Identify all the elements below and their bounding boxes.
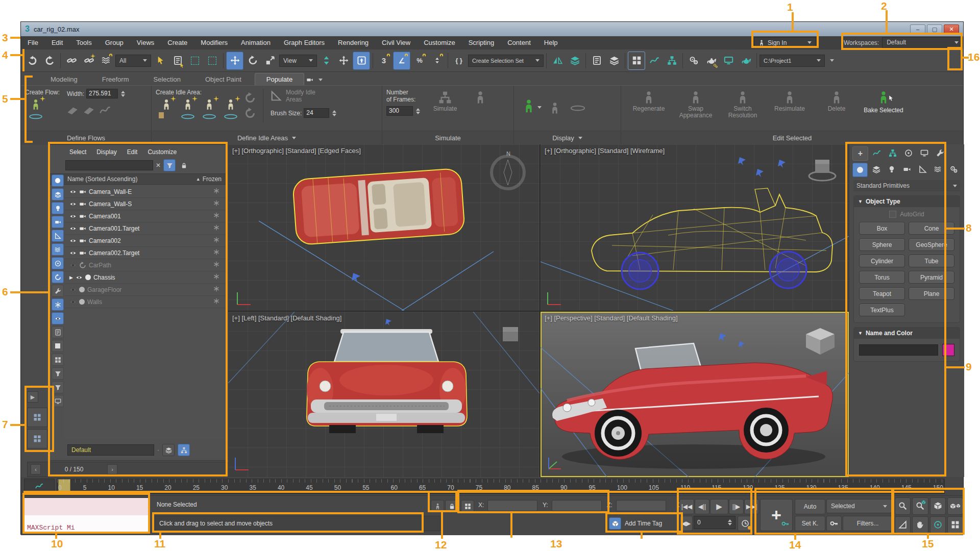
spinner-snap-toggle[interactable] — [429, 52, 445, 69]
lasso-subtract-icon[interactable] — [244, 108, 256, 119]
use-pivot-center-button[interactable] — [318, 52, 334, 69]
idle-area-square-button[interactable] — [199, 96, 220, 122]
viewport-top-left[interactable]: [+] [Orthographic] [Standard] [Edged Fac… — [228, 144, 540, 311]
menu-item[interactable]: Help — [537, 36, 565, 49]
menu-item[interactable]: Group — [99, 36, 130, 49]
tab-selection[interactable]: Selection — [142, 73, 192, 85]
select-and-link-button[interactable] — [63, 52, 80, 69]
snaps-toggle-3d[interactable]: 3 — [376, 52, 392, 69]
regenerate-button[interactable]: Regenerate — [625, 89, 672, 119]
named-selection-set-dropdown[interactable]: Create Selection Set — [468, 55, 544, 67]
create-crossing-icon[interactable] — [83, 105, 94, 116]
toggle-layer-explorer-button[interactable] — [606, 52, 622, 69]
prev-frame-arrow[interactable]: ‹ — [31, 464, 41, 474]
idle-area-circle-button[interactable] — [220, 96, 241, 122]
brush-size-field[interactable]: 24 — [304, 108, 329, 118]
create-stairs-icon[interactable] — [100, 105, 111, 116]
create-flow-button[interactable] — [25, 96, 46, 122]
viewport-top-right[interactable]: [+] [Orthographic] [Standard] [Wireframe… — [541, 144, 849, 311]
cancel-simulate-button[interactable] — [470, 89, 491, 116]
display-area-icon[interactable] — [570, 105, 585, 111]
select-object-button[interactable] — [152, 52, 168, 69]
viewport-bottom-left[interactable]: [+] [Left] [Standard] [Default Shading] — [228, 312, 540, 477]
menu-item[interactable]: Edit — [45, 36, 69, 49]
swap-appearance-button[interactable]: Swap Appearance — [672, 89, 719, 119]
lasso-add-icon[interactable] — [244, 92, 256, 104]
num-frames-field[interactable]: 300 — [386, 106, 413, 116]
menu-item[interactable]: Content — [501, 36, 537, 49]
systems-category-icon[interactable] — [947, 163, 961, 176]
window-crossing-toggle[interactable] — [204, 52, 220, 69]
unlink-selection-button[interactable] — [81, 52, 97, 69]
viewport-label[interactable]: [+] [Left] [Standard] [Default Shading] — [232, 314, 341, 322]
project-folder-dropdown[interactable]: C:\Project1 — [760, 55, 825, 67]
redo-button[interactable] — [41, 52, 58, 69]
menu-item[interactable]: Views — [130, 36, 161, 49]
select-by-name-button[interactable] — [169, 52, 186, 69]
menu-item[interactable]: Modifiers — [194, 36, 234, 49]
viewport-label[interactable]: [+] [Orthographic] [Standard] [Edged Fac… — [232, 147, 361, 155]
idle-area-seated-button[interactable] — [156, 96, 177, 122]
toggle-ribbon-button[interactable] — [628, 52, 645, 70]
z-coordinate-field[interactable] — [616, 500, 666, 511]
display-ghost-icon[interactable] — [549, 102, 561, 114]
display-people-button[interactable] — [518, 95, 540, 121]
angle-snap-toggle[interactable]: ∠ — [393, 52, 410, 70]
viewcube[interactable] — [806, 328, 835, 355]
resimulate-button[interactable]: Resimulate — [766, 89, 813, 119]
undo-button[interactable] — [24, 52, 40, 69]
rectangular-selection-region-button[interactable] — [187, 52, 203, 69]
selection-filter-dropdown[interactable]: All — [115, 55, 151, 67]
menu-item[interactable]: Civil View — [375, 36, 417, 49]
percent-snap-toggle[interactable]: % — [411, 52, 428, 69]
curve-editor-button[interactable] — [646, 52, 663, 69]
bake-selected-button[interactable]: Bake Selected — [860, 89, 907, 119]
create-ramp-icon[interactable] — [67, 105, 78, 116]
toolbar-overflow-button[interactable] — [826, 52, 834, 69]
bind-to-space-warp-button[interactable] — [98, 52, 114, 69]
brush-size-spinner[interactable] — [332, 110, 336, 116]
display-panel-label[interactable]: Display — [514, 131, 621, 145]
motion-paths-button[interactable] — [685, 52, 702, 69]
select-and-rotate-button[interactable] — [244, 52, 261, 69]
viewport-label[interactable]: [+] [Orthographic] [Standard] [Wireframe… — [545, 147, 665, 155]
keyboard-shortcut-override-toggle[interactable] — [353, 52, 370, 70]
menu-item[interactable]: Animation — [234, 36, 277, 49]
modify-idle-areas-icon[interactable] — [271, 90, 282, 102]
switch-resolution-button[interactable]: Switch Resolution — [719, 89, 766, 119]
width-spinner[interactable] — [121, 91, 125, 97]
ribbon-media-button[interactable] — [306, 74, 323, 85]
align-button[interactable] — [567, 52, 583, 69]
menu-item[interactable]: Tools — [69, 36, 98, 49]
frames-spinner[interactable] — [416, 108, 420, 114]
flow-width-field[interactable]: 275.591 — [86, 89, 118, 98]
select-and-move-button[interactable] — [226, 52, 243, 70]
simulate-button[interactable]: Simulate — [427, 89, 463, 116]
menu-item[interactable]: Rendering — [331, 36, 375, 49]
render-production-button[interactable] — [738, 52, 754, 69]
menu-item[interactable]: File — [21, 36, 45, 49]
reference-coordinate-dropdown[interactable]: View — [279, 55, 317, 67]
idle-area-free-button[interactable] — [177, 96, 199, 122]
tab-object-paint[interactable]: Object Paint — [194, 73, 253, 85]
tab-populate[interactable]: Populate — [255, 73, 304, 85]
select-and-scale-button[interactable] — [262, 52, 278, 69]
mirror-button[interactable] — [549, 52, 566, 69]
render-setup-button[interactable] — [703, 52, 719, 69]
viewport-bottom-right[interactable]: [+] [Perspective] [Standard] [Default Sh… — [541, 312, 849, 477]
menu-item[interactable]: Graph Editors — [277, 36, 331, 49]
schematic-view-button[interactable] — [664, 52, 680, 69]
tab-freeform[interactable]: Freeform — [91, 73, 140, 85]
simulate-panel-label[interactable]: Simulate — [382, 131, 514, 145]
menu-item[interactable]: Customize — [417, 36, 461, 49]
toggle-scene-explorer-button[interactable] — [589, 52, 605, 69]
tab-modeling[interactable]: Modeling — [39, 73, 89, 85]
menu-item[interactable]: Create — [161, 36, 194, 49]
menu-item[interactable]: Scripting — [462, 36, 501, 49]
delete-button[interactable]: Delete — [813, 89, 860, 119]
callout-box-key-controls — [754, 488, 893, 535]
edit-named-selection-sets-button[interactable]: { } — [451, 52, 467, 69]
rendered-frame-window-button[interactable] — [720, 52, 737, 69]
select-and-manipulate-button[interactable] — [335, 52, 352, 69]
viewport-label[interactable]: [+] [Perspective] [Standard] [Default Sh… — [545, 314, 678, 322]
